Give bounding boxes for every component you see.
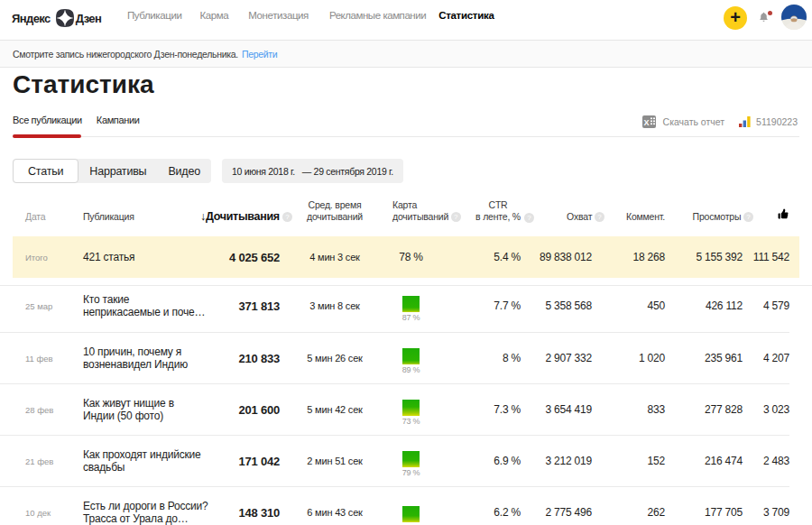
svg-text:X: X — [643, 118, 649, 127]
